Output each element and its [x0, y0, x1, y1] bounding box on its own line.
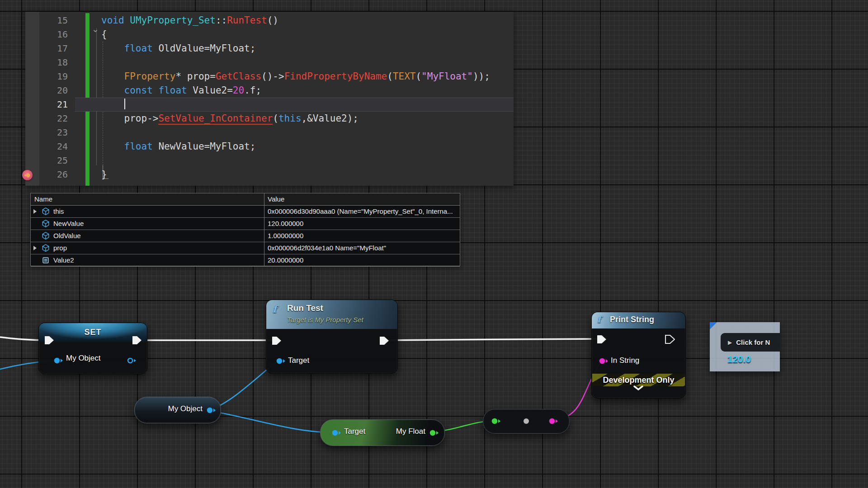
text-caret [124, 99, 125, 109]
line-number[interactable]: 15 [25, 14, 68, 28]
my-float-output-pin[interactable] [429, 430, 439, 438]
string-output-pin[interactable] [549, 418, 558, 426]
target-input-pin[interactable] [332, 430, 341, 438]
print-string-header[interactable]: f Print String [592, 312, 685, 328]
code-text [101, 98, 125, 112]
function-icon: f [273, 304, 277, 315]
in-string-pin-label: In String [611, 356, 639, 365]
set-node-title: SET [39, 328, 147, 337]
my-object-output-pin[interactable] [127, 357, 137, 366]
my-float-pin-label: My Float [396, 427, 425, 436]
run-test-node[interactable]: f Run Test Target is My Property Set Tar… [266, 300, 398, 374]
my-object-variable-node[interactable]: My Object [134, 397, 221, 423]
line-number[interactable]: 26 [25, 168, 68, 182]
click-for-more-label: Click for N [736, 338, 770, 346]
code-text: FProperty* prop=GetClass()->FindProperty… [101, 70, 490, 84]
line-number[interactable]: 21 [25, 98, 68, 112]
exec-out-pin[interactable] [379, 336, 389, 347]
conversion-dot-icon [524, 418, 529, 424]
print-string-node[interactable]: f Print String In String Development Onl… [591, 312, 686, 399]
code-text: prop->SetValue_InContainer(this,&Value2)… [101, 112, 359, 126]
target-pin-label: Target [344, 427, 365, 436]
set-node-header[interactable]: SET [39, 323, 147, 342]
in-string-input-pin[interactable] [599, 358, 609, 366]
line-number[interactable]: 16 [25, 28, 68, 42]
float-to-string-conversion-node[interactable] [483, 409, 570, 434]
line-number[interactable]: 23 [25, 126, 68, 140]
exec-in-pin[interactable] [44, 336, 54, 347]
exec-out-pin[interactable] [132, 336, 142, 347]
float-input-pin[interactable] [491, 418, 501, 426]
code-text: void UMyProperty_Set::RunTest() [101, 14, 278, 28]
chevron-down-icon[interactable] [633, 385, 643, 393]
line-number[interactable]: 25 [25, 154, 68, 168]
line-number[interactable]: 24 [25, 140, 68, 154]
line-number[interactable]: 19 [25, 70, 68, 84]
line-number[interactable]: 20 [25, 84, 68, 98]
code-text: { [101, 28, 107, 42]
my-object-input-pin[interactable] [54, 357, 63, 366]
line-number[interactable]: 17 [25, 42, 68, 56]
click-for-more-button[interactable]: ▶ Click for N [721, 333, 780, 352]
run-test-header[interactable]: f Run Test Target is My Property Set [266, 300, 397, 329]
cursor-arrow-icon: ▶ [728, 339, 732, 346]
exec-out-pin[interactable] [665, 335, 675, 346]
corner-fold-icon [710, 322, 717, 329]
line-number[interactable]: 18 [25, 56, 68, 70]
set-node[interactable]: SET My Object [38, 323, 147, 374]
line-number[interactable]: 22 [25, 112, 68, 126]
exec-in-pin[interactable] [272, 336, 282, 347]
blueprint-graph-canvas[interactable]: SET My Object My Object f Run Test Targe… [0, 0, 868, 488]
code-text: float NewValue=MyFloat; [101, 140, 255, 154]
code-text: float OldValue=MyFloat; [101, 42, 255, 56]
function-icon: f [597, 314, 601, 324]
my-object-pin-label: My Object [66, 354, 101, 363]
target-pin-label: Target [288, 356, 309, 365]
run-test-subtitle: Target is My Property Set [287, 316, 363, 324]
target-input-pin[interactable] [276, 358, 286, 366]
code-text: } [101, 168, 107, 182]
debug-value: 120.0 [710, 354, 769, 365]
exec-in-pin[interactable] [597, 335, 607, 346]
my-object-output-pin[interactable] [207, 407, 216, 415]
debug-value-popup[interactable]: ▶ Click for N 120.0 [710, 322, 780, 371]
my-object-node-label: My Object [168, 404, 203, 413]
run-test-title: Run Test [287, 303, 323, 313]
print-string-title: Print String [610, 315, 654, 324]
code-text: const float Value2=20.f; [101, 84, 261, 98]
my-float-getter-node[interactable]: Target My Float [320, 419, 445, 446]
